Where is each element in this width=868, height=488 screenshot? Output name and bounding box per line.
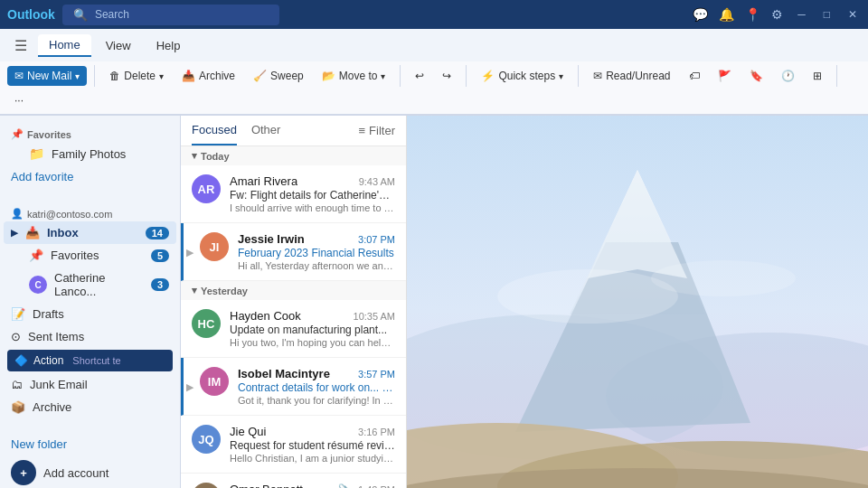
ribbon-tab-bar: ☰ Home View Help [0,29,868,61]
move-to-button[interactable]: 📂 Move to ▾ [315,66,393,86]
notifications-icon[interactable]: 🔔 [719,7,734,22]
mail-subject: Contract details for work on... (3) [238,381,395,394]
flag-icon: 🚩 [718,70,731,82]
tag-button[interactable]: 🏷 [682,66,707,86]
move-chevron[interactable]: ▾ [381,71,385,81]
date-group-today: ▾ Today [181,146,406,165]
mail-meta: Amari Rivera 9:43 AM [230,174,395,188]
read-icon: ✉ [593,70,602,82]
new-mail-button[interactable]: ✉ New Mail ▾ [7,66,87,86]
sidebar-item-catherine[interactable]: C Catherine Lanco... 3 [4,267,176,303]
category-button[interactable]: 🔖 [742,66,770,86]
avatar: HC [192,309,221,338]
archive-label: Archive [199,70,235,82]
mail-time: 10:35 AM [354,311,395,322]
new-mail-icon: ✉ [14,70,24,82]
mail-scroll-area[interactable]: ▾ Today AR Amari Rivera 9:43 AM Fw: Flig… [181,146,406,488]
mail-subject: Fw: Flight details for Catherine's gr... [230,189,395,202]
move-icon: 📂 [322,70,335,82]
svg-point-10 [651,260,796,296]
new-mail-label: New Mail [27,70,71,82]
delete-button[interactable]: 🗑 Delete ▾ [102,66,171,86]
sidebar-item-add-account[interactable]: + Add account [4,455,176,488]
delete-chevron[interactable]: ▾ [159,71,164,81]
archive-button[interactable]: 📥 Archive [175,66,242,86]
inbox-badge: 14 [146,227,169,239]
settings-icon[interactable]: ⚙ [771,7,783,22]
sidebar-item-drafts[interactable]: 📝 Drafts [4,303,176,325]
catherine-badge: 3 [151,278,169,291]
mail-item[interactable]: OB Omar Bennett 📎 1:42 PM Tailwinds (New… [181,474,406,488]
undo-button[interactable]: ↩ [408,66,431,86]
separator-5 [836,65,837,87]
mail-sender: Amari Rivera [230,174,297,188]
quick-steps-label: Quick steps [498,70,555,82]
flag-button[interactable]: 🚩 [711,66,739,86]
account-label: 👤 katri@contoso.com [4,202,176,221]
shortcut-label: Shortcut te [72,355,120,366]
mail-meta: Hayden Cook 10:35 AM [230,309,395,323]
sidebar-item-favorites[interactable]: 📌 Favorites 5 [4,244,176,267]
mail-item[interactable]: AR Amari Rivera 9:43 AM Fw: Flight detai… [181,165,406,223]
filter-button[interactable]: ≡ Filter [359,116,395,145]
landscape-image [407,116,868,488]
mail-content: Jessie Irwin 3:07 PM February 2023 Finan… [238,232,395,271]
redo-button[interactable]: ↪ [435,66,458,86]
favorites-label: 📌 Favorites [4,123,176,142]
sidebar-item-sent[interactable]: ⊙ Sent Items [4,325,176,348]
new-mail-chevron[interactable]: ▾ [75,71,80,81]
close-button[interactable]: ✕ [844,8,861,21]
view-button[interactable]: ⊞ [806,66,829,86]
view-icon: ⊞ [813,70,822,82]
tab-help[interactable]: Help [146,35,192,56]
maximize-button[interactable]: □ [820,8,834,21]
app-body: 📌 Favorites 📁 Family Photos Add favorite… [0,116,868,488]
location-icon[interactable]: 📍 [745,7,760,22]
tab-home[interactable]: Home [38,34,91,57]
action-button[interactable]: 🔷 Action Shortcut te [7,350,173,371]
mail-tab-bar: Focused Other ≡ Filter [181,116,406,146]
sidebar-item-junk[interactable]: 🗂 Junk Email [4,373,176,396]
quick-steps-button[interactable]: ⚡ Quick steps ▾ [474,66,571,86]
read-unread-button[interactable]: ✉ Read/Unread [586,66,677,86]
mail-preview: Got it, thank you for clarifying! In tha… [238,395,395,406]
mail-preview: Hello Christian, I am a junior studying … [230,453,395,464]
sidebar: 📌 Favorites 📁 Family Photos Add favorite… [0,116,181,488]
sidebar-item-archive[interactable]: 📦 Archive [4,396,176,418]
mail-item[interactable]: ▶ JI Jessie Irwin 3:07 PM February 2023 … [181,223,406,281]
tab-other[interactable]: Other [251,116,281,145]
more-button[interactable]: ··· [7,90,31,110]
mail-time: 1:42 PM [358,484,395,489]
archive-sidebar-icon: 📦 [11,400,25,414]
hamburger-menu[interactable]: ☰ [7,33,34,58]
new-folder-link[interactable]: New folder [4,433,176,455]
chat-icon[interactable]: 💬 [693,7,708,22]
minimize-button[interactable]: ─ [794,8,809,21]
sweep-button[interactable]: 🧹 Sweep [246,66,311,86]
mail-item[interactable]: JQ Jie Qui 3:16 PM Request for student r… [181,416,406,474]
search-icon: 🔍 [73,8,88,22]
sidebar-item-family-photos[interactable]: 📁 Family Photos [4,142,176,165]
archive-icon: 📥 [182,70,195,82]
mail-content: Jie Qui 3:16 PM Request for student résu… [230,425,395,464]
sidebar-section-footer: New folder + Add account [0,426,180,488]
expand-arrow: ▶ [186,380,193,392]
tab-view[interactable]: View [95,35,142,56]
sidebar-item-inbox[interactable]: ▶ 📥 Inbox 14 [4,221,176,244]
redo-icon: ↪ [442,70,451,82]
drafts-icon: 📝 [11,307,25,321]
category-icon: 🔖 [750,70,763,82]
search-bar[interactable]: 🔍 Search [62,5,279,25]
timestamp-button[interactable]: 🕐 [774,66,802,86]
mail-sender: Jie Qui [230,425,266,438]
quick-steps-chevron[interactable]: ▾ [559,71,563,81]
tab-focused[interactable]: Focused [192,116,237,145]
mail-item[interactable]: HC Hayden Cook 10:35 AM Update on manufa… [181,300,406,358]
add-favorite-link[interactable]: Add favorite [4,165,176,188]
mail-item[interactable]: ▶ IM Isobel Macintyre 3:57 PM Contract d… [181,358,406,416]
mail-preview: I should arrive with enough time to atte… [230,202,395,213]
date-group-yesterday: ▾ Yesterday [181,281,406,300]
add-account-avatar: + [11,460,36,485]
filter-icon: ≡ [359,124,366,137]
mail-list: Focused Other ≡ Filter ▾ Today AR Amari … [181,116,407,488]
